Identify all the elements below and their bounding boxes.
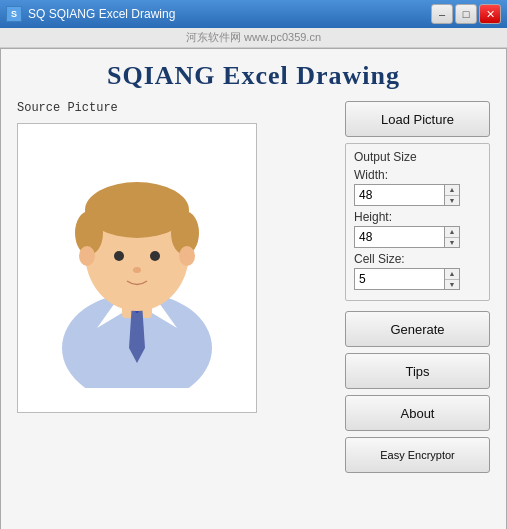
minimize-button[interactable]: – [431, 4, 453, 24]
output-size-title: Output Size [354, 150, 481, 164]
cell-size-arrows: ▲ ▼ [444, 268, 460, 290]
width-arrows: ▲ ▼ [444, 184, 460, 206]
cell-size-field-row: Cell Size: ▲ ▼ [354, 252, 481, 290]
svg-point-14 [133, 267, 141, 273]
height-input[interactable] [354, 226, 444, 248]
height-up-arrow[interactable]: ▲ [445, 227, 459, 238]
maximize-button[interactable]: □ [455, 4, 477, 24]
content-area: Source Picture [1, 101, 506, 529]
width-input[interactable] [354, 184, 444, 206]
title-bar-text: SQ SQIANG Excel Drawing [28, 7, 175, 21]
height-arrows: ▲ ▼ [444, 226, 460, 248]
about-button[interactable]: About [345, 395, 490, 431]
generate-button[interactable]: Generate [345, 311, 490, 347]
watermark-text: 河东软件网 www.pc0359.cn [186, 31, 321, 43]
watermark-bar: 河东软件网 www.pc0359.cn [0, 28, 507, 48]
output-size-group: Output Size Width: ▲ ▼ Height: [345, 143, 490, 301]
load-picture-button[interactable]: Load Picture [345, 101, 490, 137]
avatar-image [37, 148, 237, 388]
title-bar-left: S SQ SQIANG Excel Drawing [6, 6, 175, 22]
tips-button[interactable]: Tips [345, 353, 490, 389]
source-image-box [17, 123, 257, 413]
app-icon: S [6, 6, 22, 22]
svg-point-12 [114, 251, 124, 261]
width-spinner: ▲ ▼ [354, 184, 481, 206]
width-up-arrow[interactable]: ▲ [445, 185, 459, 196]
main-window: SQIANG Excel Drawing Source Picture [0, 48, 507, 529]
cell-size-down-arrow[interactable]: ▼ [445, 280, 459, 290]
left-panel: Source Picture [17, 101, 333, 529]
height-down-arrow[interactable]: ▼ [445, 238, 459, 248]
cell-size-spinner: ▲ ▼ [354, 268, 481, 290]
cell-size-up-arrow[interactable]: ▲ [445, 269, 459, 280]
cell-size-input[interactable] [354, 268, 444, 290]
svg-point-11 [179, 246, 195, 266]
cell-size-label: Cell Size: [354, 252, 481, 266]
svg-point-10 [79, 246, 95, 266]
width-field-row: Width: ▲ ▼ [354, 168, 481, 206]
app-title: SQIANG Excel Drawing [1, 49, 506, 101]
width-down-arrow[interactable]: ▼ [445, 196, 459, 206]
title-bar-controls: – □ ✕ [431, 4, 501, 24]
easy-encryptor-button[interactable]: Easy Encryptor [345, 437, 490, 473]
height-field-row: Height: ▲ ▼ [354, 210, 481, 248]
source-picture-label: Source Picture [17, 101, 333, 115]
height-spinner: ▲ ▼ [354, 226, 481, 248]
svg-point-13 [150, 251, 160, 261]
height-label: Height: [354, 210, 481, 224]
title-bar: S SQ SQIANG Excel Drawing – □ ✕ [0, 0, 507, 28]
right-panel: Load Picture Output Size Width: ▲ ▼ [345, 101, 490, 529]
close-button[interactable]: ✕ [479, 4, 501, 24]
width-label: Width: [354, 168, 481, 182]
